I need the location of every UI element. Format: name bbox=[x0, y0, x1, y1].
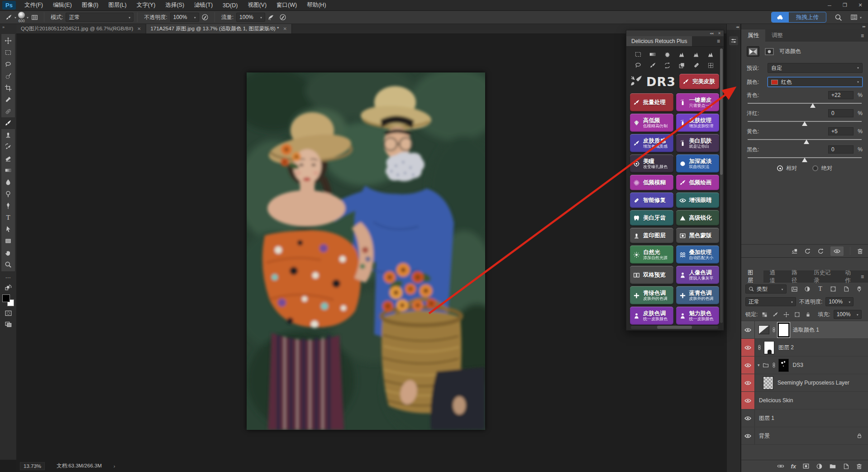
menu-type[interactable]: 文字(Y) bbox=[132, 0, 161, 11]
lock-all-icon[interactable] bbox=[804, 310, 812, 318]
menu-filter[interactable]: 滤镜(T) bbox=[189, 0, 218, 11]
tool-preset-picker[interactable] bbox=[3, 12, 14, 22]
search-icon[interactable] bbox=[835, 14, 842, 21]
brush-tool[interactable] bbox=[1, 117, 15, 129]
reset-icon[interactable] bbox=[817, 248, 824, 255]
layer-mask-icon[interactable] bbox=[763, 46, 776, 57]
layer-thumbnail[interactable] bbox=[763, 376, 773, 390]
menu-3d[interactable]: 3D(D) bbox=[218, 0, 243, 11]
eyedropper-tool[interactable] bbox=[1, 94, 15, 106]
menu-file[interactable]: 文件(F) bbox=[19, 0, 48, 11]
teal-green-tone-button[interactable]: 青绿色调皮肤外的色调 bbox=[630, 286, 673, 304]
dodge-burn-button[interactable]: 加深减淡双曲线技法 bbox=[676, 154, 720, 173]
layer-name[interactable]: 背景 bbox=[759, 432, 770, 440]
gradient-tool[interactable] bbox=[1, 164, 15, 176]
history-brush-tool[interactable] bbox=[1, 141, 15, 153]
black-mask-button[interactable]: 黑色蒙版 bbox=[676, 228, 720, 243]
lock-artboard-icon[interactable] bbox=[793, 310, 801, 318]
shape-tool[interactable] bbox=[1, 235, 15, 247]
panel-menu-icon[interactable]: ≡ bbox=[717, 38, 724, 44]
layer-visibility-eye[interactable] bbox=[741, 427, 755, 444]
new-adjustment-icon[interactable] bbox=[816, 463, 823, 470]
portrait-tone-button[interactable]: 人像色调摆脱人像灰平 bbox=[676, 266, 720, 284]
delete-adjustment-icon[interactable] bbox=[857, 248, 863, 255]
layer-row-layer2[interactable]: 图层 2 bbox=[741, 339, 868, 356]
adjustment-layer-thumbnail[interactable] bbox=[758, 325, 769, 334]
tab-close-icon[interactable]: ✕ bbox=[283, 26, 287, 31]
tab-adjustments[interactable]: 调整 bbox=[765, 29, 789, 42]
move-tool[interactable] bbox=[1, 35, 15, 47]
brush-icon[interactable] bbox=[645, 61, 660, 69]
tab-actions[interactable]: 动作 bbox=[839, 270, 861, 283]
quick-mask-button[interactable] bbox=[5, 309, 12, 317]
swap-colors-icon[interactable] bbox=[5, 284, 12, 291]
layer-row-delicious-skin[interactable]: Delicious Skin bbox=[741, 392, 868, 409]
advanced-sharpen-button[interactable]: 高级锐化 bbox=[676, 210, 720, 226]
panel-menu-icon[interactable]: ≡ bbox=[861, 274, 868, 280]
marquee-tool[interactable] bbox=[1, 47, 15, 58]
swap-arrows-icon[interactable] bbox=[660, 61, 674, 69]
charm-skin-button[interactable]: 魅力肤色统一皮肤颜色 bbox=[676, 307, 720, 325]
layer-row-ds3-group[interactable]: ▾ DS3 bbox=[741, 356, 868, 374]
clone-stamp-tool[interactable] bbox=[1, 129, 15, 141]
group-expand-chevron[interactable]: ▾ bbox=[758, 363, 760, 367]
lasso-icon[interactable] bbox=[631, 61, 645, 69]
add-mask-icon[interactable] bbox=[802, 462, 810, 470]
filter-image-icon[interactable] bbox=[790, 284, 800, 294]
layer-visibility-eye[interactable] bbox=[741, 392, 755, 409]
layer-fill-select[interactable]: 100% ▾ bbox=[834, 310, 862, 319]
dodge-tool[interactable] bbox=[1, 188, 15, 200]
layers-icon[interactable] bbox=[675, 61, 689, 69]
netdisk-upload-badge[interactable]: 拖拽上传 bbox=[771, 12, 826, 23]
slider-thumb[interactable] bbox=[802, 158, 807, 162]
workspace-switcher[interactable]: ▾ bbox=[850, 14, 862, 21]
skin-tone-button[interactable]: 皮肤色调统一皮肤颜色 bbox=[630, 307, 673, 325]
maximize-button[interactable]: ❐ bbox=[837, 0, 853, 11]
menu-view[interactable]: 视图(V) bbox=[243, 0, 272, 11]
path-selection-tool[interactable] bbox=[1, 223, 15, 235]
low-freq-blur-button[interactable]: 低频模糊 bbox=[630, 175, 673, 190]
horizontal-scrollbar[interactable] bbox=[631, 326, 718, 329]
preset-select[interactable]: 自定 ▾ bbox=[768, 63, 863, 73]
layer-name[interactable]: 选取颜色 1 bbox=[793, 326, 819, 334]
frame-select-icon[interactable] bbox=[631, 50, 645, 58]
screen-mode-button[interactable] bbox=[5, 320, 12, 328]
close-button[interactable]: ✕ bbox=[853, 0, 868, 11]
collapsed-properties-icon[interactable] bbox=[729, 36, 738, 45]
skin-quality-button[interactable]: 皮肤质感增加色域质感 bbox=[630, 134, 673, 152]
view-previous-state-icon[interactable] bbox=[804, 248, 811, 255]
brush-preset-picker[interactable]: 600 bbox=[18, 12, 25, 23]
panel-close-icon[interactable]: ✕ bbox=[718, 31, 721, 35]
panel-menu-icon[interactable]: ≡ bbox=[861, 33, 868, 39]
slider-thumb[interactable] bbox=[810, 103, 816, 108]
whiten-teeth-button[interactable]: 美白牙齿 bbox=[630, 210, 673, 226]
layer-visibility-eye[interactable] bbox=[741, 374, 755, 391]
new-group-icon[interactable] bbox=[829, 462, 836, 470]
flow-select[interactable]: 100% ▾ bbox=[236, 13, 265, 22]
high-low-freq-button[interactable]: 高低频低模糊高仿制 bbox=[630, 114, 673, 132]
layer-row-selective-color[interactable]: 选取颜色 1 bbox=[741, 321, 868, 339]
healing-brush-tool[interactable] bbox=[1, 106, 15, 117]
menu-image[interactable]: 图像(I) bbox=[77, 0, 104, 11]
foreground-color-swatch[interactable] bbox=[2, 294, 10, 302]
relative-radio[interactable]: 相对 bbox=[777, 164, 797, 172]
opacity-select[interactable]: 100% ▾ bbox=[170, 13, 199, 22]
absolute-radio[interactable]: 绝对 bbox=[812, 164, 832, 172]
natural-light-button[interactable]: 自然光添加自然光源 bbox=[630, 246, 673, 264]
perfect-skin-button[interactable]: 完美皮肤 bbox=[679, 74, 719, 89]
low-freq-paint-button[interactable]: 低频绘画 bbox=[676, 175, 720, 190]
enhance-eyes-button[interactable]: 增强眼睛 bbox=[676, 193, 720, 208]
layer-style-fx-icon[interactable]: fx bbox=[791, 463, 796, 470]
filter-shape-icon[interactable] bbox=[828, 284, 838, 294]
layer-visibility-eye[interactable] bbox=[741, 356, 755, 374]
tab-paths[interactable]: 路径 bbox=[785, 270, 807, 283]
menu-help[interactable]: 帮助(H) bbox=[302, 0, 331, 11]
splash-icon[interactable] bbox=[660, 50, 674, 58]
dock-collapse-icon[interactable]: ▸▸ bbox=[741, 24, 868, 29]
slider-track[interactable] bbox=[748, 157, 862, 158]
layer-mask-thumbnail[interactable] bbox=[764, 341, 774, 354]
pressure-opacity-toggle[interactable] bbox=[199, 12, 211, 22]
eye-color-button[interactable]: 美瞳改变瞳孔颜色 bbox=[630, 154, 673, 173]
blur-tool[interactable] bbox=[1, 176, 15, 188]
layer-name[interactable]: DS3 bbox=[793, 362, 803, 368]
